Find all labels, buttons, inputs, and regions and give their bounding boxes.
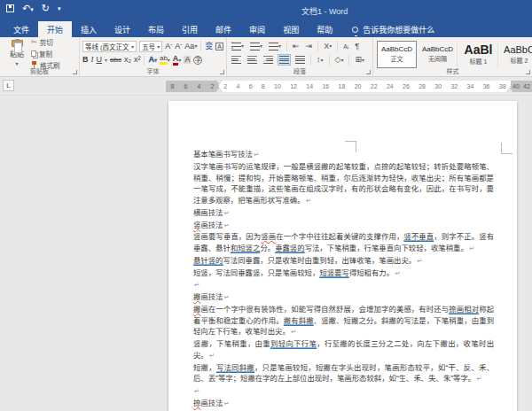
decrease-indent-icon[interactable]: ⇤ (291, 41, 301, 52)
ruler-number: 6 (249, 83, 253, 89)
underline-button[interactable]: U (97, 56, 103, 64)
bold-button[interactable]: B (82, 56, 89, 64)
line-spacing-icon[interactable]: ↕▾ (315, 54, 325, 66)
first-line-indent-marker[interactable] (215, 80, 223, 84)
doc-paragraph: 短撇，写法同斜撇，只是笔画较短，短撇在字头出现时，笔画形态较平，如“干、反、禾、… (193, 362, 494, 386)
grow-font-button[interactable]: Aˆ (165, 43, 172, 50)
font-size-combobox[interactable]: 五号▾ (139, 41, 162, 52)
ribbon-tab[interactable]: 布局 (139, 21, 173, 37)
paragraph-group: ▾ ▾ ▾ ⇤ ⇥ X▾ A↓ ¶ ↕▾ ◇▾ ⊞▾ 段落 (227, 37, 373, 76)
ribbon-tab[interactable]: 邮件 (207, 21, 240, 37)
multilevel-list-button[interactable]: ▾ (267, 41, 283, 52)
font-name-combobox[interactable]: 等线 (西文正文▾ (82, 41, 137, 52)
borders-icon[interactable]: ⊞▾ (353, 54, 366, 66)
window-title: 文档1 - Word (301, 5, 348, 17)
clipboard-dialog-launcher[interactable] (73, 70, 77, 74)
paste-caret-icon[interactable]: ▾ (15, 60, 18, 66)
save-icon[interactable] (6, 4, 14, 12)
align-right-button[interactable] (262, 54, 275, 66)
text-effects-icon[interactable]: A▾ (148, 56, 157, 64)
cut-button[interactable]: ✂剪切 (31, 37, 60, 47)
style-label: 正文 (391, 54, 403, 63)
ribbon-tab[interactable]: 开始 (38, 21, 72, 37)
strikethrough-button[interactable]: abc (110, 57, 121, 64)
doc-paragraph: 横画技法↵ (193, 207, 494, 220)
paragraph-dialog-launcher[interactable] (366, 70, 371, 74)
align-center-button[interactable] (246, 54, 259, 66)
phonetic-guide-icon[interactable]: 变 (205, 43, 213, 50)
redo-icon[interactable]: ↻ (42, 4, 50, 13)
ribbon-tab[interactable]: 视图 (274, 21, 308, 37)
ruler-number: 10 (274, 83, 281, 89)
customize-qat-icon[interactable]: ▾ (58, 5, 61, 12)
show-marks-icon[interactable]: ¶ (353, 41, 361, 52)
superscript-button[interactable]: x² (134, 56, 141, 64)
tell-me-search[interactable]: 告诉我你想要做什么 (352, 21, 434, 37)
shading-icon[interactable]: ◇▾ (333, 54, 346, 66)
copy-button[interactable]: 复制 (31, 49, 60, 58)
paragraph-mark: ↵ (209, 352, 215, 360)
ruler-number: 26 (403, 83, 410, 89)
style-card[interactable]: AaBbCcD正文 (377, 41, 417, 68)
proofing-marked-text: 和短竖之 (231, 244, 261, 252)
increase-indent-icon[interactable]: ⇥ (304, 41, 315, 52)
ruler-number: 42 (523, 83, 530, 89)
doc-text-run: 汉字笔画书写的运笔规律，一般是横竖撇的起笔较重，点捺的起笔较轻；转折处要略顿笔、… (193, 162, 494, 205)
doc-text-run: 写法，下笔稍重，行笔垂直向下较轻，收笔稍重。 (305, 244, 468, 252)
document-page[interactable]: 基本笔画书写技法↵汉字笔画书写的运笔规律，一般是横竖撇的起笔较重，点捺的起笔较轻… (168, 101, 517, 411)
proofing-marked-text: 短竖要写 (319, 268, 349, 277)
paragraph-mark: ↵ (194, 387, 200, 395)
scissors-icon: ✂ (31, 38, 37, 46)
change-case-button[interactable]: Aa▾ (184, 43, 197, 50)
distribute-button[interactable] (293, 54, 307, 66)
tab-selector[interactable]: L (3, 80, 14, 91)
ribbon-tab[interactable]: 审阅 (240, 21, 274, 37)
ribbon-tab[interactable]: 文件 (4, 21, 38, 37)
justify-button[interactable] (278, 54, 291, 66)
italic-button[interactable]: I (91, 56, 94, 64)
right-indent-marker[interactable] (506, 88, 513, 92)
sort-icon[interactable]: A↓ (341, 42, 350, 51)
style-preview: AaBl (465, 43, 493, 57)
doc-paragraph: 汉字笔画书写的运笔规律，一般是横竖撇的起笔较重，点捺的起笔较轻；转折处要略顿笔、… (193, 161, 494, 207)
doc-paragraph: 撇画在一个字中很有装饰性，如能写得自然舒展，会增加字的美感，有时还与捺画相对称起… (193, 304, 494, 338)
proofing-marked-text: 垂露竖的 (275, 244, 305, 252)
numbering-button[interactable]: ▾ (248, 41, 264, 52)
paragraph-mark: ↵ (224, 399, 230, 407)
font-color-button[interactable]: A▾ (173, 55, 182, 66)
underline-caret-icon[interactable]: ▾ (105, 57, 107, 63)
ribbon-tab[interactable]: 设计 (106, 21, 139, 37)
doc-text-run: 得短粗有力。 (349, 268, 394, 277)
doc-paragraph: ↵ (193, 385, 494, 398)
paste-button[interactable]: 粘贴 ▾ (3, 40, 31, 66)
align-center-icon (247, 56, 257, 64)
ribbon-tab[interactable]: 插入 (72, 21, 106, 37)
ribbon-tab[interactable]: 帮助 (308, 21, 341, 37)
align-left-button[interactable] (230, 54, 243, 66)
align-right-icon (263, 56, 273, 64)
enclose-characters-icon[interactable]: 字 (193, 56, 202, 65)
ribbon-tab[interactable]: 引用 (173, 21, 207, 37)
hanging-indent-marker[interactable] (215, 88, 223, 92)
styles-dialog-launcher[interactable] (526, 70, 530, 74)
clipboard-group-label: 剪贴板 (0, 66, 79, 75)
shrink-font-button[interactable]: Aˇ (175, 43, 182, 50)
ruler-number: 36 (483, 83, 490, 89)
tell-me-label: 告诉我你想要做什么 (363, 24, 434, 35)
style-card[interactable]: AaBbCcD无间隔 (418, 41, 458, 68)
doc-paragraph: 基本笔画书写技法↵ (193, 149, 494, 161)
style-card[interactable]: AaBl标题 1 (458, 41, 498, 68)
character-border-icon[interactable]: A (215, 43, 223, 50)
paragraph-mark: ↵ (224, 209, 230, 217)
font-dialog-launcher[interactable] (220, 70, 224, 74)
doc-paragraph: 竖画要写垂直，因为竖画在一个字中往往起着关键的支撑作用，竖不垂直，则字不正。竖有… (193, 231, 494, 255)
character-shading-icon[interactable]: A (184, 56, 191, 64)
text-highlight-button[interactable]: ab▾ (160, 55, 170, 65)
bullets-button[interactable]: ▾ (230, 41, 246, 52)
style-card[interactable]: AaBbC标题 2 (499, 41, 532, 68)
document-body: 基本笔画书写技法↵汉字笔画书写的运笔规律，一般是横竖撇的起笔较重，点捺的起笔较轻… (193, 149, 494, 411)
subscript-button[interactable]: x₂ (124, 56, 131, 64)
undo-icon[interactable]: ↶▾ (22, 4, 34, 13)
ruler-number: 4 (236, 83, 239, 89)
asian-layout-icon[interactable]: X▾ (322, 41, 333, 52)
